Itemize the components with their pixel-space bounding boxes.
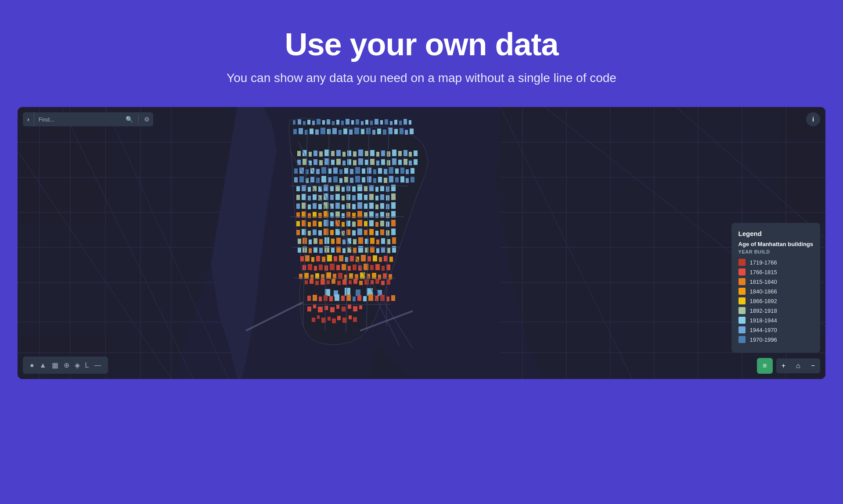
svg-rect-74 <box>308 196 311 200</box>
svg-rect-241 <box>350 169 353 174</box>
svg-rect-420 <box>414 159 418 165</box>
search-button[interactable]: 🔍 <box>122 112 137 126</box>
legend-range-label: 1892-1918 <box>750 307 777 314</box>
svg-rect-392 <box>381 150 385 156</box>
svg-rect-227 <box>370 265 374 270</box>
svg-rect-327 <box>331 279 335 284</box>
svg-rect-164 <box>309 239 312 244</box>
legend-item: 1970-1996 <box>739 336 813 343</box>
svg-rect-248 <box>389 167 393 174</box>
info-button[interactable]: i <box>806 112 820 126</box>
svg-rect-90 <box>296 204 300 209</box>
svg-rect-39 <box>332 318 336 323</box>
svg-rect-383 <box>331 151 335 156</box>
svg-rect-325 <box>321 279 325 285</box>
svg-rect-53 <box>359 305 362 309</box>
tool-circle-button[interactable]: ● <box>27 360 37 371</box>
svg-rect-100 <box>352 204 356 209</box>
svg-rect-357 <box>345 288 350 296</box>
svg-rect-371 <box>363 296 367 301</box>
svg-rect-295 <box>405 130 408 135</box>
svg-rect-329 <box>342 279 347 285</box>
svg-rect-156 <box>364 230 367 235</box>
svg-rect-363 <box>319 297 322 301</box>
svg-rect-265 <box>362 177 365 182</box>
tool-minus-button[interactable]: — <box>91 360 104 371</box>
svg-rect-403 <box>319 160 323 165</box>
svg-rect-84 <box>364 195 367 200</box>
svg-rect-268 <box>378 177 382 182</box>
svg-rect-42 <box>349 315 352 319</box>
svg-rect-336 <box>381 281 385 285</box>
svg-rect-176 <box>376 239 379 244</box>
svg-rect-198 <box>300 256 304 261</box>
svg-rect-244 <box>367 168 371 174</box>
legend-range-label: 1944-1970 <box>750 327 777 333</box>
legend-item: 1840-1866 <box>739 288 813 295</box>
svg-rect-402 <box>313 159 317 165</box>
svg-rect-258 <box>321 176 326 182</box>
svg-rect-407 <box>342 161 346 165</box>
svg-rect-135 <box>346 221 350 226</box>
svg-rect-168 <box>331 239 335 244</box>
svg-rect-408 <box>347 159 351 165</box>
svg-rect-391 <box>376 152 379 157</box>
legend-layer-name: Age of Manhattan buildings <box>739 241 813 247</box>
svg-rect-82 <box>352 195 356 200</box>
sidebar-toggle-button[interactable]: › <box>23 112 34 126</box>
svg-rect-202 <box>322 257 325 262</box>
search-input[interactable] <box>34 113 122 126</box>
svg-rect-362 <box>313 295 317 301</box>
tool-layers-button[interactable]: L <box>83 360 92 371</box>
tool-location-button[interactable]: ◈ <box>72 359 83 371</box>
zoom-in-button[interactable]: + <box>776 358 791 373</box>
svg-rect-43 <box>353 317 357 322</box>
svg-rect-173 <box>358 237 363 244</box>
svg-rect-102 <box>364 204 367 209</box>
legend-color-swatch <box>739 278 746 285</box>
svg-rect-280 <box>321 128 325 134</box>
tool-crosshair-button[interactable]: ⊕ <box>61 359 72 371</box>
svg-rect-324 <box>315 281 319 285</box>
svg-rect-80 <box>342 196 345 200</box>
home-button[interactable]: ⌂ <box>791 358 806 373</box>
svg-rect-246 <box>378 168 382 174</box>
svg-rect-418 <box>403 159 407 165</box>
svg-rect-52 <box>353 306 357 311</box>
legend-color-swatch <box>739 317 746 324</box>
map-bottom-right-controls: ≡ + ⌂ − <box>757 358 820 374</box>
legend-range-label: 1766-1815 <box>750 269 777 275</box>
settings-button[interactable]: ⚙ <box>140 112 153 126</box>
svg-rect-410 <box>358 158 363 165</box>
svg-rect-414 <box>381 159 385 165</box>
svg-rect-412 <box>370 159 375 165</box>
svg-rect-36 <box>317 315 320 319</box>
svg-rect-149 <box>324 229 328 235</box>
svg-rect-40 <box>337 316 341 320</box>
svg-rect-122 <box>375 213 378 218</box>
map-container: › 🔍 ⚙ i Legend Age of Manhattan building… <box>18 107 825 379</box>
svg-rect-144 <box>296 230 300 235</box>
svg-rect-384 <box>336 150 341 156</box>
svg-rect-182 <box>309 248 312 253</box>
svg-rect-48 <box>330 307 335 312</box>
svg-rect-212 <box>379 257 382 262</box>
zoom-out-button[interactable]: − <box>806 358 820 373</box>
tool-grid-button[interactable]: ▦ <box>49 359 61 371</box>
tool-triangle-button[interactable]: ▲ <box>37 360 49 371</box>
svg-rect-126 <box>296 221 300 226</box>
svg-rect-388 <box>358 150 363 156</box>
svg-rect-372 <box>368 294 373 301</box>
svg-rect-75 <box>313 194 317 200</box>
layers-panel-button[interactable]: ≡ <box>757 358 773 374</box>
svg-rect-395 <box>398 151 402 156</box>
page-title: Use your own data <box>18 26 825 62</box>
svg-rect-287 <box>361 129 364 134</box>
svg-rect-249 <box>395 168 399 174</box>
svg-rect-216 <box>308 264 312 270</box>
svg-rect-64 <box>352 186 356 192</box>
svg-rect-271 <box>395 177 399 182</box>
svg-rect-222 <box>342 264 346 270</box>
svg-rect-387 <box>353 151 357 157</box>
svg-rect-270 <box>389 176 393 182</box>
